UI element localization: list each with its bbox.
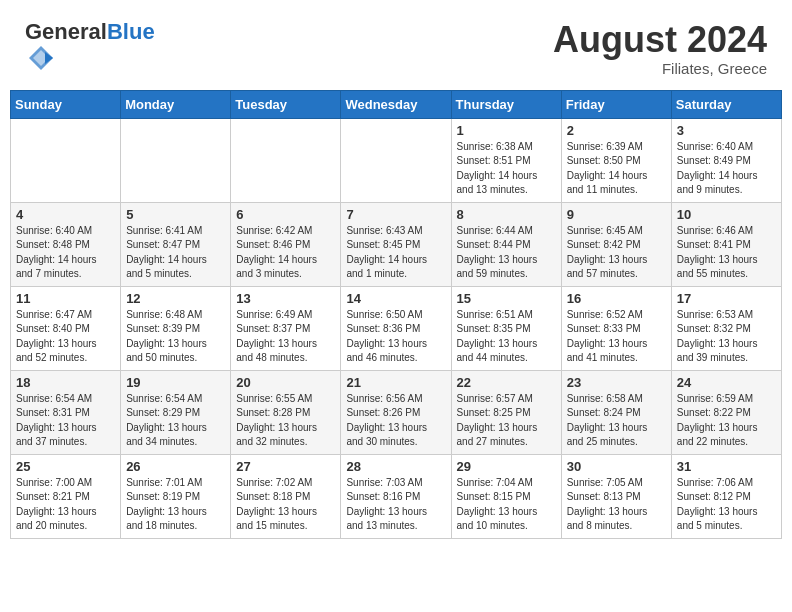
day-number: 25 (16, 459, 115, 474)
day-info: Sunrise: 7:04 AM Sunset: 8:15 PM Dayligh… (457, 476, 556, 534)
day-info: Sunrise: 6:40 AM Sunset: 8:48 PM Dayligh… (16, 224, 115, 282)
day-info: Sunrise: 6:43 AM Sunset: 8:45 PM Dayligh… (346, 224, 445, 282)
day-info: Sunrise: 6:40 AM Sunset: 8:49 PM Dayligh… (677, 140, 776, 198)
day-number: 10 (677, 207, 776, 222)
day-number: 31 (677, 459, 776, 474)
calendar-cell: 5Sunrise: 6:41 AM Sunset: 8:47 PM Daylig… (121, 202, 231, 286)
day-number: 7 (346, 207, 445, 222)
svg-marker-2 (45, 52, 53, 64)
day-number: 18 (16, 375, 115, 390)
day-number: 6 (236, 207, 335, 222)
day-info: Sunrise: 6:42 AM Sunset: 8:46 PM Dayligh… (236, 224, 335, 282)
day-number: 28 (346, 459, 445, 474)
calendar-cell: 29Sunrise: 7:04 AM Sunset: 8:15 PM Dayli… (451, 454, 561, 538)
calendar-cell: 4Sunrise: 6:40 AM Sunset: 8:48 PM Daylig… (11, 202, 121, 286)
day-number: 4 (16, 207, 115, 222)
day-info: Sunrise: 6:45 AM Sunset: 8:42 PM Dayligh… (567, 224, 666, 282)
weekday-header-row: SundayMondayTuesdayWednesdayThursdayFrid… (11, 90, 782, 118)
calendar-cell: 12Sunrise: 6:48 AM Sunset: 8:39 PM Dayli… (121, 286, 231, 370)
calendar-cell: 18Sunrise: 6:54 AM Sunset: 8:31 PM Dayli… (11, 370, 121, 454)
day-info: Sunrise: 6:53 AM Sunset: 8:32 PM Dayligh… (677, 308, 776, 366)
calendar-cell: 14Sunrise: 6:50 AM Sunset: 8:36 PM Dayli… (341, 286, 451, 370)
calendar-cell: 24Sunrise: 6:59 AM Sunset: 8:22 PM Dayli… (671, 370, 781, 454)
day-number: 22 (457, 375, 556, 390)
day-number: 29 (457, 459, 556, 474)
calendar-cell: 10Sunrise: 6:46 AM Sunset: 8:41 PM Dayli… (671, 202, 781, 286)
day-number: 14 (346, 291, 445, 306)
day-number: 16 (567, 291, 666, 306)
calendar-cell (121, 118, 231, 202)
calendar-cell: 30Sunrise: 7:05 AM Sunset: 8:13 PM Dayli… (561, 454, 671, 538)
title-block: August 2024 Filiates, Greece (553, 20, 767, 77)
day-info: Sunrise: 6:39 AM Sunset: 8:50 PM Dayligh… (567, 140, 666, 198)
calendar-cell: 21Sunrise: 6:56 AM Sunset: 8:26 PM Dayli… (341, 370, 451, 454)
weekday-header-monday: Monday (121, 90, 231, 118)
day-info: Sunrise: 6:38 AM Sunset: 8:51 PM Dayligh… (457, 140, 556, 198)
calendar-cell: 3Sunrise: 6:40 AM Sunset: 8:49 PM Daylig… (671, 118, 781, 202)
calendar-cell: 27Sunrise: 7:02 AM Sunset: 8:18 PM Dayli… (231, 454, 341, 538)
calendar-cell: 6Sunrise: 6:42 AM Sunset: 8:46 PM Daylig… (231, 202, 341, 286)
day-info: Sunrise: 6:51 AM Sunset: 8:35 PM Dayligh… (457, 308, 556, 366)
calendar-cell: 22Sunrise: 6:57 AM Sunset: 8:25 PM Dayli… (451, 370, 561, 454)
calendar-cell: 16Sunrise: 6:52 AM Sunset: 8:33 PM Dayli… (561, 286, 671, 370)
day-info: Sunrise: 7:06 AM Sunset: 8:12 PM Dayligh… (677, 476, 776, 534)
calendar-cell: 11Sunrise: 6:47 AM Sunset: 8:40 PM Dayli… (11, 286, 121, 370)
weekday-header-wednesday: Wednesday (341, 90, 451, 118)
day-number: 24 (677, 375, 776, 390)
calendar-table: SundayMondayTuesdayWednesdayThursdayFrid… (10, 90, 782, 539)
day-number: 13 (236, 291, 335, 306)
logo-blue: Blue (107, 19, 155, 44)
calendar-cell: 31Sunrise: 7:06 AM Sunset: 8:12 PM Dayli… (671, 454, 781, 538)
calendar-week-row: 1Sunrise: 6:38 AM Sunset: 8:51 PM Daylig… (11, 118, 782, 202)
day-number: 11 (16, 291, 115, 306)
calendar-cell: 19Sunrise: 6:54 AM Sunset: 8:29 PM Dayli… (121, 370, 231, 454)
day-info: Sunrise: 6:58 AM Sunset: 8:24 PM Dayligh… (567, 392, 666, 450)
day-info: Sunrise: 6:57 AM Sunset: 8:25 PM Dayligh… (457, 392, 556, 450)
calendar-cell: 2Sunrise: 6:39 AM Sunset: 8:50 PM Daylig… (561, 118, 671, 202)
day-info: Sunrise: 6:48 AM Sunset: 8:39 PM Dayligh… (126, 308, 225, 366)
day-number: 5 (126, 207, 225, 222)
day-info: Sunrise: 6:55 AM Sunset: 8:28 PM Dayligh… (236, 392, 335, 450)
day-number: 26 (126, 459, 225, 474)
location-subtitle: Filiates, Greece (553, 60, 767, 77)
calendar-cell: 28Sunrise: 7:03 AM Sunset: 8:16 PM Dayli… (341, 454, 451, 538)
day-info: Sunrise: 6:46 AM Sunset: 8:41 PM Dayligh… (677, 224, 776, 282)
day-info: Sunrise: 6:44 AM Sunset: 8:44 PM Dayligh… (457, 224, 556, 282)
weekday-header-saturday: Saturday (671, 90, 781, 118)
day-info: Sunrise: 7:02 AM Sunset: 8:18 PM Dayligh… (236, 476, 335, 534)
logo-icon (27, 44, 55, 72)
day-number: 20 (236, 375, 335, 390)
calendar-cell: 7Sunrise: 6:43 AM Sunset: 8:45 PM Daylig… (341, 202, 451, 286)
calendar-cell (11, 118, 121, 202)
month-year-title: August 2024 (553, 20, 767, 60)
calendar-week-row: 11Sunrise: 6:47 AM Sunset: 8:40 PM Dayli… (11, 286, 782, 370)
day-number: 8 (457, 207, 556, 222)
calendar-cell: 9Sunrise: 6:45 AM Sunset: 8:42 PM Daylig… (561, 202, 671, 286)
calendar-week-row: 18Sunrise: 6:54 AM Sunset: 8:31 PM Dayli… (11, 370, 782, 454)
calendar-cell: 1Sunrise: 6:38 AM Sunset: 8:51 PM Daylig… (451, 118, 561, 202)
day-info: Sunrise: 6:41 AM Sunset: 8:47 PM Dayligh… (126, 224, 225, 282)
day-number: 17 (677, 291, 776, 306)
day-info: Sunrise: 6:54 AM Sunset: 8:31 PM Dayligh… (16, 392, 115, 450)
day-number: 30 (567, 459, 666, 474)
day-number: 27 (236, 459, 335, 474)
calendar-cell: 25Sunrise: 7:00 AM Sunset: 8:21 PM Dayli… (11, 454, 121, 538)
day-info: Sunrise: 6:52 AM Sunset: 8:33 PM Dayligh… (567, 308, 666, 366)
day-info: Sunrise: 7:01 AM Sunset: 8:19 PM Dayligh… (126, 476, 225, 534)
weekday-header-tuesday: Tuesday (231, 90, 341, 118)
day-number: 23 (567, 375, 666, 390)
calendar-cell (341, 118, 451, 202)
day-number: 9 (567, 207, 666, 222)
calendar-cell: 8Sunrise: 6:44 AM Sunset: 8:44 PM Daylig… (451, 202, 561, 286)
day-info: Sunrise: 6:59 AM Sunset: 8:22 PM Dayligh… (677, 392, 776, 450)
day-number: 2 (567, 123, 666, 138)
day-number: 21 (346, 375, 445, 390)
day-number: 1 (457, 123, 556, 138)
day-info: Sunrise: 6:50 AM Sunset: 8:36 PM Dayligh… (346, 308, 445, 366)
day-number: 15 (457, 291, 556, 306)
calendar-week-row: 25Sunrise: 7:00 AM Sunset: 8:21 PM Dayli… (11, 454, 782, 538)
day-info: Sunrise: 6:47 AM Sunset: 8:40 PM Dayligh… (16, 308, 115, 366)
day-info: Sunrise: 6:56 AM Sunset: 8:26 PM Dayligh… (346, 392, 445, 450)
day-number: 19 (126, 375, 225, 390)
calendar-cell: 23Sunrise: 6:58 AM Sunset: 8:24 PM Dayli… (561, 370, 671, 454)
